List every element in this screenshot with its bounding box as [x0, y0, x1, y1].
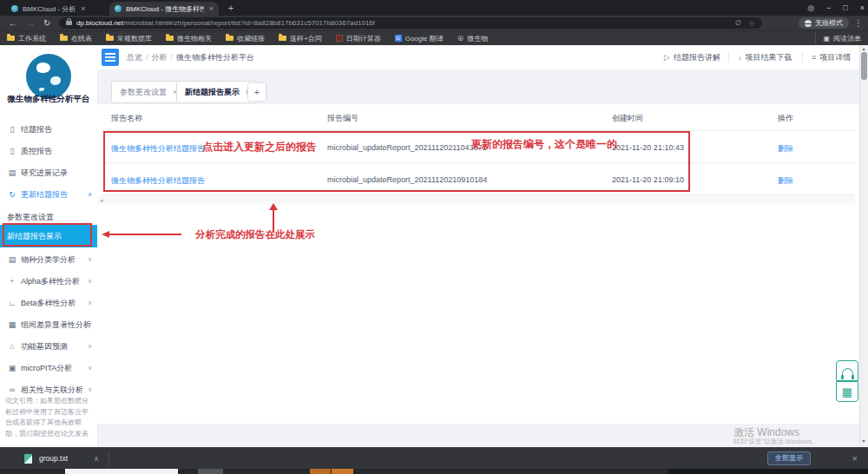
- horizontal-scrollbar[interactable]: ◂: [98, 196, 855, 205]
- folder-icon: [60, 36, 68, 41]
- report-name-link[interactable]: 微生物多样性分析结题报告: [111, 175, 205, 187]
- chart-axis-icon: ∟: [7, 293, 17, 313]
- project-download-button[interactable]: ↓项目结果下载: [738, 45, 792, 69]
- reload-icon[interactable]: ↻: [43, 16, 50, 30]
- globe-icon: ⊕: [457, 34, 464, 43]
- incognito-badge[interactable]: 无痕模式: [799, 17, 849, 29]
- delete-link[interactable]: 删除: [778, 143, 793, 155]
- incognito-label: 无痕模式: [815, 18, 843, 28]
- reading-list-button[interactable]: ▣阅读清单: [815, 31, 861, 45]
- bookmark-date-calculator[interactable]: 日期计算器: [336, 34, 381, 43]
- bookmark-label: 送样+合同: [290, 34, 322, 43]
- minimize-button[interactable]: −: [826, 3, 831, 12]
- bmkcloud-favicon: [11, 5, 18, 12]
- breadcrumb-separator: /: [171, 53, 174, 62]
- sidebar-item-label: Beta多样性分析: [21, 293, 76, 313]
- delete-link[interactable]: 删除: [778, 175, 793, 187]
- url-path: /microbial.html#/zh/personal/report/list…: [123, 19, 375, 27]
- bookmark-folder[interactable]: 常规数据库: [106, 34, 152, 43]
- sidebar-item-update-report[interactable]: ↻ 更新结题报告 ∧: [0, 184, 97, 205]
- taskbar-app-segment[interactable]: [332, 469, 353, 474]
- platform-logo: [26, 54, 71, 99]
- bookmark-google-translate[interactable]: GGoogle 翻译: [395, 34, 444, 43]
- sidebar-item-final-report[interactable]: ▯ 结题报告: [0, 119, 97, 140]
- tab-new-report-display[interactable]: 新结题报告展示 ×: [176, 81, 259, 103]
- taskbar-window-segment[interactable]: [65, 469, 178, 474]
- sidebar-item-micropita[interactable]: ▣ microPITA分析 ∨: [0, 358, 97, 379]
- tab-label: 参数更改设置: [120, 87, 167, 98]
- breadcrumb-current: 微生物多样性分析平台: [176, 53, 254, 62]
- vertical-scrollbar[interactable]: [859, 45, 868, 447]
- browser-tab-analysis[interactable]: BMKCloud - 分析 ×: [6, 2, 108, 16]
- address-bar[interactable]: dp.biocloud.net /microbial.html#/zh/pers…: [59, 17, 762, 29]
- bookmark-folder[interactable]: 收藏链接: [226, 34, 265, 43]
- folder-icon: [7, 36, 15, 41]
- download-bar-divider: [108, 451, 109, 466]
- document-icon: ▯: [7, 119, 17, 140]
- customer-service-button[interactable]: [836, 360, 858, 381]
- bookmark-folder[interactable]: 微生物相关: [166, 34, 212, 43]
- tab-label: 新结题报告展示: [185, 87, 240, 98]
- refresh-icon: ↻: [7, 184, 17, 205]
- back-icon[interactable]: ←: [9, 16, 17, 30]
- tab-close-icon[interactable]: ×: [209, 4, 214, 13]
- download-options-chevron-icon[interactable]: ∧: [94, 448, 99, 470]
- breadcrumb-home[interactable]: 总览: [127, 53, 142, 62]
- tab-close-icon[interactable]: ×: [81, 4, 85, 13]
- show-all-downloads-button[interactable]: 全部显示: [767, 451, 811, 465]
- browser-menu-icon[interactable]: ⋮: [854, 16, 863, 30]
- tab-param-settings[interactable]: 参数更改设置 ×: [111, 81, 186, 103]
- qr-code-button[interactable]: ▦: [836, 381, 858, 402]
- close-button[interactable]: ×: [860, 3, 865, 12]
- browser-tab-microbial[interactable]: BMKCloud - 微生物多样性分析 ×: [109, 2, 219, 16]
- column-header-created-time: 创建时间: [612, 113, 643, 124]
- report-created-time: 2021-11-20 21:10:43: [612, 143, 684, 152]
- table-divider: [102, 194, 855, 195]
- breadcrumb-analysis[interactable]: 分析: [152, 53, 168, 62]
- taskbar-tray-segment: [668, 469, 868, 474]
- tab-title: BMKCloud - 微生物多样性分析: [126, 4, 204, 14]
- hamburger-menu-button[interactable]: [102, 49, 119, 66]
- maximize-button[interactable]: □: [843, 3, 847, 12]
- sidebar-item-qc-report[interactable]: ▯ 质控报告: [0, 141, 97, 161]
- report-explain-button[interactable]: ▷结题报告讲解: [664, 45, 720, 69]
- downloaded-file-name[interactable]: group.txt: [39, 448, 68, 470]
- bookmark-folder[interactable]: 送样+合同: [279, 34, 322, 43]
- bookmark-star-icon[interactable]: ☆: [748, 19, 755, 28]
- bookmark-folder[interactable]: 工作系统: [7, 34, 46, 43]
- bookmarks-bar: 工作系统 在线表 常规数据库 微生物相关 收藏链接 送样+合同 日期计算器 GG…: [0, 30, 868, 45]
- scroll-up-icon[interactable]: ▴: [860, 45, 867, 51]
- scroll-left-icon[interactable]: ◂: [100, 197, 103, 204]
- table-divider: [102, 162, 855, 163]
- sidebar-item-progress-record[interactable]: ▤ 研究进展记录: [0, 162, 97, 183]
- document-icon: ▯: [7, 141, 17, 161]
- bookmark-microbe[interactable]: ⊕微生物: [457, 34, 489, 43]
- project-detail-button[interactable]: ≡项目详情: [812, 45, 851, 69]
- sidebar-item-label: 功能基因预测: [21, 336, 68, 357]
- sidebar-item-beta-diversity[interactable]: ∟ Beta多样性分析 ∨: [0, 293, 97, 313]
- sidebar-item-group-difference[interactable]: ▦ 组间差异显著性分析 ∨: [0, 314, 97, 335]
- sidebar-item-alpha-diversity[interactable]: ÷ Alpha多样性分析 ∨: [0, 271, 97, 292]
- sidebar-item-label: 组间差异显著性分析: [21, 314, 91, 335]
- sidebar-item-gene-prediction[interactable]: ⌂ 功能基因预测 ∨: [0, 336, 97, 357]
- bookmark-label: 微生物: [467, 34, 488, 43]
- taskbar-app-segment[interactable]: [310, 469, 331, 474]
- eye-off-icon[interactable]: ∅: [735, 19, 741, 27]
- taskbar-app-segment[interactable]: [198, 469, 223, 474]
- scroll-down-icon[interactable]: ▾: [860, 438, 867, 444]
- new-tab-button[interactable]: +: [224, 2, 238, 14]
- profile-icon[interactable]: ◎: [807, 3, 814, 12]
- add-tab-button[interactable]: +: [247, 82, 266, 102]
- tree-icon: ⌂: [7, 336, 17, 357]
- bookmark-folder[interactable]: 在线表: [60, 34, 92, 43]
- report-created-time: 2021-11-20 21:09:10: [612, 175, 684, 184]
- video-icon: ▷: [664, 53, 670, 62]
- scrollbar-thumb[interactable]: [861, 52, 867, 80]
- sidebar-item-new-report-display[interactable]: 新结题报告展示: [0, 225, 97, 247]
- forward-icon[interactable]: →: [26, 16, 35, 30]
- report-name-link[interactable]: 微生物多样性分析结题报告: [111, 143, 205, 155]
- sidebar-item-taxonomy-analysis[interactable]: ▤ 物种分类学分析 ∨: [0, 249, 97, 270]
- download-bar-close-icon[interactable]: ×: [852, 448, 858, 470]
- column-header-report-name: 报告名称: [111, 113, 142, 124]
- file-icon: [24, 454, 32, 464]
